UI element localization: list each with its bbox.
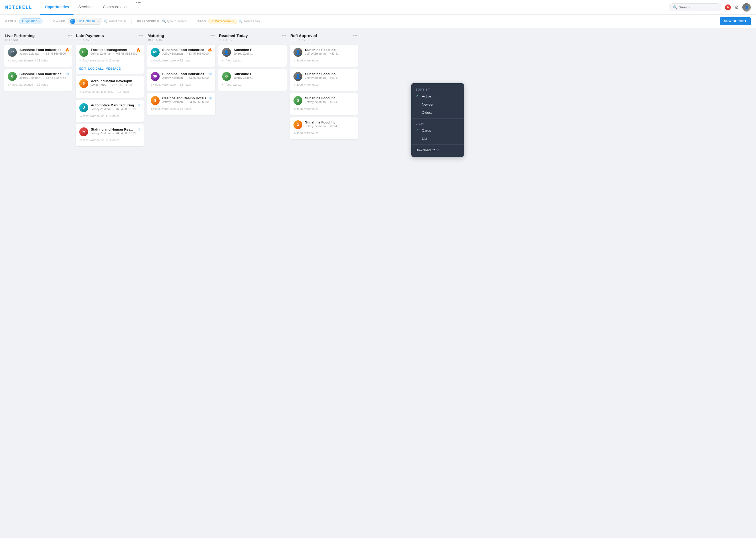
- view-list-option[interactable]: List: [411, 134, 464, 143]
- download-csv-button[interactable]: Download CSV: [411, 146, 464, 154]
- message-button[interactable]: MESSAGE: [106, 67, 121, 71]
- tag-icon: 🏷: [222, 83, 225, 86]
- card-ra2[interactable]: 👤 Sunshine Food Inc... Jeffrey Zeldman ·…: [290, 69, 358, 91]
- sort-oldest-option[interactable]: Oldest: [411, 108, 464, 117]
- snowflake-icon: ❄: [138, 128, 141, 132]
- card-lat3[interactable]: ❄ U Automotive Manufacturing Jeffrey Zel…: [75, 100, 144, 122]
- bucket-title: Maturing: [148, 33, 164, 38]
- log-call-button[interactable]: LOG CALL: [88, 67, 104, 71]
- bucket-menu-icon[interactable]: •••: [210, 33, 215, 38]
- bucket-menu-icon[interactable]: •••: [139, 33, 143, 38]
- tag-icon: 🏷: [8, 59, 11, 62]
- notes-icon: ≡: [117, 90, 118, 93]
- card-ra4[interactable]: G Sunshine Food Inc... Jeffrey Zeldman ·…: [290, 117, 358, 139]
- user-avatar[interactable]: 👤: [742, 3, 751, 12]
- notification-badge[interactable]: 9: [725, 4, 731, 10]
- card-tags-ra3: 🏷food, warehouse: [294, 107, 354, 110]
- nav-opportunities[interactable]: Opportunities: [40, 0, 74, 15]
- card-mat2[interactable]: ❄ SR Sunshine Food Industries Jeffrey Ze…: [147, 69, 215, 91]
- notes-icon: ≡: [106, 114, 107, 117]
- tag-icon: 🏷: [79, 138, 82, 141]
- card-name-mat1: Sunshine Food Industries: [162, 48, 212, 52]
- card-top-ra3: G Sunshine Food Inc... Jeffrey Zeldman ·…: [294, 96, 354, 105]
- responsible-search[interactable]: 🔍 type to search: [162, 20, 187, 23]
- card-info-mat3: Casinos and Casino Hotels Jeffrey Zeldma…: [162, 96, 212, 103]
- snowflake-icon: ❄: [209, 72, 212, 76]
- card-contact-lat1: Jeffrey Zeldman · +63 45 866 6900: [91, 52, 140, 55]
- nav-servicing[interactable]: Servicing: [73, 0, 98, 15]
- edit-button[interactable]: EDIT: [79, 67, 86, 71]
- card-rt1[interactable]: 👤 Sunshine F... Jeffrey Zeldm... 🏷food, …: [218, 45, 287, 67]
- card-top-mat1: RS Sunshine Food Industries Jeffrey Zeld…: [151, 48, 212, 57]
- card-ra3[interactable]: G Sunshine Food Inc... Jeffrey Zeldman ·…: [290, 93, 358, 115]
- card-avatar-ra1: 👤: [294, 48, 303, 57]
- bucket-leads-count: 7 LEADS: [76, 38, 104, 41]
- card-name-ra4: Sunshine Food Inc...: [305, 120, 354, 124]
- tag-icon: 🏷: [151, 83, 154, 86]
- card-rt2[interactable]: G Sunshine F... Jeffrey Zeldm... 🏷food, …: [218, 69, 287, 91]
- bucket-menu-icon[interactable]: •••: [68, 33, 72, 38]
- card-name-ra2: Sunshine Food Inc...: [305, 72, 354, 76]
- avatar-initials: 👤: [745, 6, 749, 9]
- card-mat3[interactable]: ❄ G Casinos and Casino Hotels Jeffrey Ze…: [147, 93, 215, 115]
- bucket-menu-icon[interactable]: •••: [282, 33, 286, 38]
- filter-bar: GROUP: Origination ▾ OWNER: EH Eric Hoff…: [0, 15, 756, 28]
- owner-remove-icon[interactable]: ✕: [97, 20, 100, 23]
- dropdown-divider-2: [411, 144, 464, 144]
- tag-remove-icon[interactable]: ✕: [232, 20, 235, 23]
- sort-by-label: SORT BY: [411, 86, 464, 92]
- dropdown-divider: [411, 118, 464, 119]
- nav-more-button[interactable]: •••: [133, 0, 143, 15]
- card-name-ra3: Sunshine Food Inc...: [305, 96, 354, 100]
- card-tags-rt2: 🏷food, ware...: [222, 83, 283, 86]
- owner-chip[interactable]: EH Eric Hoffman ✕: [68, 18, 102, 25]
- settings-icon[interactable]: ⚙: [734, 4, 739, 10]
- card-contact-rt1: Jeffrey Zeldm...: [234, 52, 283, 55]
- owner-name: Eric Hoffman: [77, 20, 95, 23]
- card-top-ra4: G Sunshine Food Inc... Jeffrey Zeldman ·…: [294, 120, 354, 129]
- card-name-lp2: Sunshine Food Industries: [20, 72, 69, 76]
- card-lp1[interactable]: JZ Sunshine Food Industries Jeffrey Zeld…: [4, 45, 72, 67]
- card-contact-mat3: Jeffrey Zeldman · +63 45 866 6900: [162, 100, 212, 103]
- view-cards-option[interactable]: ✓ Cards: [411, 126, 464, 134]
- search-input[interactable]: [679, 5, 717, 9]
- card-tags-ra2: 🏷food, warehouse: [294, 83, 354, 86]
- nav-right-section: 🔍 9 ⚙ 👤: [669, 3, 751, 12]
- card-ra1[interactable]: 👤 Sunshine Food Inc... Jeffrey Zeldman ·…: [290, 45, 358, 67]
- card-tags-rt1: 🏷food, ware...: [222, 59, 283, 62]
- checkmark-icon: ✓: [415, 129, 420, 133]
- card-name-mat2: Sunshine Food Industries: [162, 72, 212, 76]
- card-name-lat1: Facilities Management: [91, 48, 140, 52]
- card-info-ra2: Sunshine Food Inc... Jeffrey Zeldman · +…: [305, 72, 354, 79]
- card-lat4[interactable]: ❄ PY Staffing and Human Res... Jeffrey Z…: [75, 124, 144, 146]
- owner-search[interactable]: 🔍 select owner: [104, 20, 126, 23]
- bucket-header-reached-today: Reached Today 9 LEADS •••: [218, 33, 287, 41]
- sort-active-option[interactable]: ✓ Active: [411, 92, 464, 100]
- group-chip[interactable]: Origination ▾: [19, 19, 42, 24]
- tag-icon: 🏷: [79, 59, 82, 62]
- snowflake-icon: ❄: [66, 72, 69, 76]
- nav-communication[interactable]: Communication: [98, 0, 133, 15]
- card-top-rt2: G Sunshine F... Jeffrey Zeldm...: [222, 72, 283, 81]
- card-name-mat3: Casinos and Casino Hotels: [162, 96, 212, 100]
- card-tags-lat2: 🏷development, technolo.... ≡ 3 notes: [79, 90, 140, 93]
- card-lp2[interactable]: ❄ G Sunshine Food Industries Jeffrey Zel…: [4, 69, 72, 91]
- sort-newest-option[interactable]: Newest: [411, 100, 464, 108]
- card-contact-lat2: Craig Henry · +63 46 501 1188: [91, 83, 140, 86]
- bucket-menu-icon[interactable]: •••: [353, 33, 357, 38]
- card-top-lat4: PY Staffing and Human Res... Jeffrey Zel…: [79, 128, 140, 136]
- search-box[interactable]: 🔍: [669, 3, 721, 11]
- tag-search[interactable]: 🔍 select a tag: [239, 20, 260, 23]
- card-lat1[interactable]: 🔥 FJ Facilities Management Jeffrey Zeldm…: [75, 45, 144, 74]
- view-list-label: List: [422, 136, 427, 140]
- search-icon: 🔍: [673, 5, 677, 10]
- new-bucket-button[interactable]: NEW BUCKET: [720, 17, 751, 25]
- card-lat2[interactable]: S Acro Industrial Developm... Craig Henr…: [75, 76, 144, 98]
- tag-icon: 🏷: [222, 59, 225, 62]
- card-avatar-mat3: G: [151, 96, 160, 105]
- card-info-ra4: Sunshine Food Inc... Jeffrey Zeldman · +…: [305, 120, 354, 128]
- bucket-header-refi-approved: Refi Approved 11 LEADS •••: [290, 33, 358, 41]
- app-logo[interactable]: MITCHELL: [5, 4, 32, 10]
- card-mat1[interactable]: 🔥 RS Sunshine Food Industries Jeffrey Ze…: [147, 45, 215, 67]
- tag-chip-warehouse[interactable]: 🏷 Warehouse ✕: [209, 19, 237, 24]
